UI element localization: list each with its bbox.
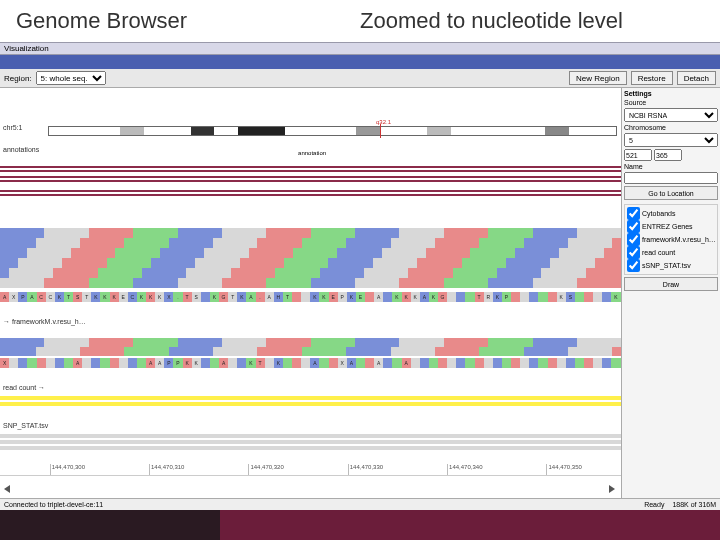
blue-accent-bar <box>0 55 720 69</box>
draw-button[interactable]: Draw <box>624 277 718 291</box>
amino-acid-row-1: AXPACCKTSTKKKECKKKX.TSKGTKA.AHTKKEPKEAKK… <box>0 292 621 302</box>
red-track-2 <box>0 170 621 172</box>
region-select[interactable]: 5: whole seq. <box>36 71 106 85</box>
grey-track-1 <box>0 434 621 438</box>
ideogram-band-label: q32.1 <box>376 119 391 125</box>
yellow-track-2 <box>0 402 621 406</box>
annotation-text: annotation <box>298 150 326 156</box>
settings-sidebar: Settings Source NCBI RSNA Chromosome 5 N… <box>622 88 720 498</box>
genomic-ruler: 144,470,300 144,470,310 144,470,320 144,… <box>0 464 621 476</box>
scroll-right-icon[interactable] <box>607 480 617 498</box>
red-track-3 <box>0 176 621 178</box>
ruler-tick: 144,470,310 <box>149 464 184 475</box>
range-from-input[interactable] <box>624 149 652 161</box>
chrom-label: chr5:1 <box>2 124 23 131</box>
chromosome-label: Chromosome <box>624 124 718 131</box>
restore-button[interactable]: Restore <box>631 71 673 85</box>
grey-track-3 <box>0 446 621 450</box>
snpstat-track-label: SNP_STAT.tsv <box>2 422 49 429</box>
range-to-input[interactable] <box>654 149 682 161</box>
framework-track-label: → frameworkM.v.resu_h… <box>2 318 87 325</box>
page-title-left: Genome Browser <box>16 8 360 34</box>
sequence-alignment-block[interactable] <box>0 228 621 288</box>
ruler-tick: 144,470,340 <box>447 464 482 475</box>
ruler-tick: 144,470,320 <box>248 464 283 475</box>
red-track-6 <box>0 194 621 196</box>
sequence-alignment-block-2[interactable] <box>0 338 621 356</box>
readcount-track-label: read count → <box>2 384 46 391</box>
readcount-checkbox[interactable]: read count <box>627 246 715 259</box>
svg-marker-0 <box>4 485 10 493</box>
red-track-5 <box>0 190 621 192</box>
settings-heading: Settings <box>624 90 718 97</box>
name-input[interactable] <box>624 172 718 184</box>
framework-checkbox[interactable]: frameworkM.v.resu_h… <box>627 233 715 246</box>
ideogram[interactable] <box>48 126 617 136</box>
connection-status: Connected to triplet-devel-ce:11 <box>4 501 103 508</box>
grey-track-2 <box>0 440 621 444</box>
new-region-button[interactable]: New Region <box>569 71 627 85</box>
scroll-left-icon[interactable] <box>2 480 12 498</box>
detach-button[interactable]: Detach <box>677 71 716 85</box>
footer-dark-segment <box>0 510 220 540</box>
memory-status: 188K of 316M <box>672 501 716 508</box>
entrez-checkbox[interactable]: ENTREZ Genes <box>627 220 715 233</box>
svg-marker-1 <box>609 485 615 493</box>
annotations-track-label: annotations <box>2 146 40 153</box>
ruler-tick: 144,470,330 <box>348 464 383 475</box>
panel-title: Visualization <box>0 42 720 55</box>
goto-location-button[interactable]: Go to Location <box>624 186 718 200</box>
genome-track-panel[interactable]: chr5:1 q32.1 annotations annotation <box>0 88 622 498</box>
source-select[interactable]: NCBI RSNA <box>624 108 718 122</box>
red-track-4 <box>0 180 621 182</box>
page-title-right: Zoomed to nucleotide level <box>360 8 704 34</box>
ready-status: Ready <box>644 501 664 508</box>
yellow-track-1 <box>0 396 621 400</box>
region-label: Region: <box>4 74 32 83</box>
status-bar: Connected to triplet-devel-ce:11 Ready 1… <box>0 498 720 510</box>
ideogram-position-marker <box>380 124 381 138</box>
ruler-tick: 144,470,300 <box>50 464 85 475</box>
ruler-tick: 144,470,350 <box>546 464 581 475</box>
toolbar: Region: 5: whole seq. New Region Restore… <box>0 69 720 88</box>
cytobands-checkbox[interactable]: Cytobands <box>627 207 715 220</box>
footer-bar <box>0 510 720 540</box>
snpstat-checkbox[interactable]: sSNP_STAT.tsv <box>627 259 715 272</box>
amino-acid-row-2: XAAAPPKKAKTKAXAAA <box>0 358 621 368</box>
red-track-1 <box>0 166 621 168</box>
chromosome-select[interactable]: 5 <box>624 133 718 147</box>
name-label: Name <box>624 163 718 170</box>
source-label: Source <box>624 99 718 106</box>
